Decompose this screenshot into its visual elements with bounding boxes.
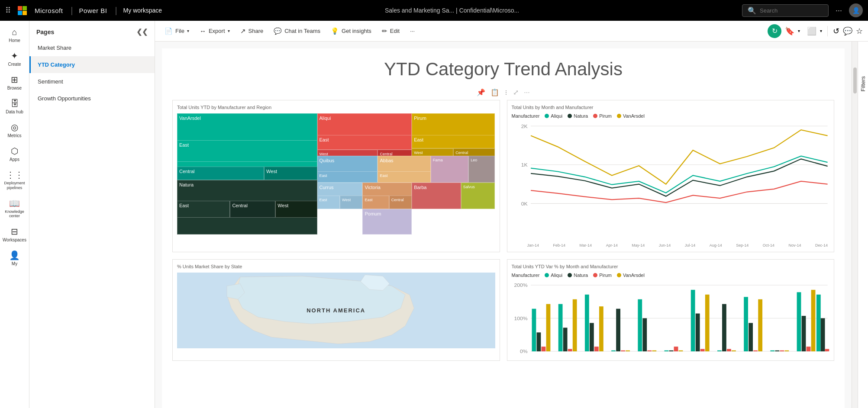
bar-dot-natura <box>568 273 572 277</box>
main-layout: ⌂ Home ✦ Create ⊞ Browse 🗄 Data hub ◎ Me… <box>0 21 868 408</box>
svg-text:2K: 2K <box>521 123 527 129</box>
treemap-cell[interactable]: Central <box>177 167 264 180</box>
bar-legend-vanarsdel: VanArsdel <box>617 273 645 278</box>
treemap-cell[interactable]: Leo <box>468 156 495 183</box>
filters-label[interactable]: Filters <box>860 76 866 91</box>
treemap-cell[interactable]: East <box>378 171 430 182</box>
sidebar-item-metrics[interactable]: ◎ Metrics <box>2 119 28 141</box>
more-visual-icon[interactable]: ··· <box>524 89 529 96</box>
map[interactable]: NORTH AMERICA <box>177 273 495 348</box>
svg-rect-33 <box>664 350 668 351</box>
svg-rect-25 <box>611 350 616 351</box>
legend-manufacturer-label: Manufacturer <box>512 113 540 119</box>
sidebar-item-deployment[interactable]: ⋮⋮ Deployment pipelines <box>2 167 28 194</box>
avatar[interactable]: 👤 <box>849 3 863 17</box>
bar-chart[interactable]: 200% 100% 0% <box>512 280 830 356</box>
edit-button[interactable]: ✏ Edit <box>378 25 404 38</box>
search-input[interactable] <box>760 7 820 14</box>
toolbar-more-button[interactable]: ··· <box>406 25 419 37</box>
pin-icon[interactable]: 📌 <box>477 88 485 96</box>
sidebar-item-apps[interactable]: ⬡ Apps <box>2 143 28 165</box>
treemap-cell[interactable]: East <box>317 135 412 150</box>
view-icon[interactable]: ⬜ <box>807 26 816 36</box>
reload-icon[interactable]: ↺ <box>833 26 839 36</box>
search-box[interactable]: 🔍 <box>742 4 829 17</box>
sidebar-item-workspaces[interactable]: ⊟ Workspaces <box>2 224 28 246</box>
treemap-cell[interactable]: Central <box>230 201 275 218</box>
line-chart-x-labels: Jan-14Feb-14Mar-14Apr-14May-14Jun-14Jul-… <box>512 242 830 247</box>
svg-rect-16 <box>546 304 550 351</box>
scroll-thumb[interactable] <box>853 67 857 93</box>
svg-rect-53 <box>797 292 801 351</box>
svg-rect-36 <box>678 350 683 351</box>
treemap-cell[interactable]: East <box>177 140 317 162</box>
apps-icon: ⬡ <box>11 147 18 155</box>
search-icon: 🔍 <box>748 6 756 15</box>
left-sidebar: ⌂ Home ✦ Create ⊞ Browse 🗄 Data hub ◎ Me… <box>0 21 29 408</box>
pages-collapse-button[interactable]: ❮❮ <box>136 28 148 36</box>
treemap-cell[interactable]: Central <box>389 196 412 209</box>
page-item-ytd-category[interactable]: YTD Category <box>29 56 155 73</box>
page-item-growth[interactable]: Growth Opportunities <box>29 90 155 107</box>
export-button[interactable]: ↔ Export ▾ <box>195 25 234 37</box>
svg-text:200%: 200% <box>514 283 527 288</box>
filter-icon[interactable]: ⫶ <box>504 89 508 96</box>
treemap-cell[interactable]: Fama <box>431 156 468 183</box>
legend-dot-pirum <box>593 114 597 118</box>
expand-icon[interactable]: ⤢ <box>513 88 519 96</box>
share-icon: ↗ <box>240 27 246 35</box>
file-button[interactable]: 📄 File ▾ <box>160 25 194 38</box>
sidebar-label-home: Home <box>9 38 20 43</box>
pages-panel: Pages ❮❮ Market Share YTD Category Senti… <box>29 21 155 408</box>
svg-rect-44 <box>732 350 736 351</box>
share-button[interactable]: ↗ Share <box>236 25 268 38</box>
comment-icon[interactable]: 💬 <box>843 26 852 36</box>
treemap-cell[interactable]: East <box>177 201 230 218</box>
waffle-icon[interactable]: ⠿ <box>5 6 11 15</box>
treemap-cell[interactable]: West <box>340 196 362 209</box>
sidebar-item-my[interactable]: 👤 My <box>2 247 28 270</box>
treemap-cell[interactable]: East <box>317 171 378 182</box>
treemap-cell[interactable]: East <box>362 196 389 209</box>
refresh-button[interactable]: ↻ <box>768 24 781 38</box>
svg-rect-34 <box>669 350 673 351</box>
line-chart[interactable]: 2K 1K 0K <box>512 121 830 242</box>
bar-dot-vanarsdel <box>617 273 621 277</box>
vertical-scrollbar[interactable] <box>852 42 858 408</box>
treemap-cell[interactable]: Barba <box>412 183 461 209</box>
page-item-sentiment[interactable]: Sentiment <box>29 73 155 90</box>
legend-label-pirum: Pirum <box>599 113 612 119</box>
sidebar-label-deployment: Deployment pipelines <box>3 181 26 190</box>
deployment-icon: ⋮⋮ <box>6 170 23 179</box>
more-options-button[interactable]: ··· <box>832 4 845 17</box>
treemap-cell[interactable]: East <box>412 135 495 148</box>
avatar-initials: 👤 <box>852 7 860 14</box>
copy-icon[interactable]: 📋 <box>490 88 499 96</box>
treemap-cell[interactable]: West <box>264 167 317 180</box>
sidebar-item-browse[interactable]: ⊞ Browse <box>2 72 28 94</box>
svg-rect-26 <box>616 309 620 351</box>
sidebar-item-create[interactable]: ✦ Create <box>2 48 28 70</box>
sidebar-item-home[interactable]: ⌂ Home <box>2 24 28 46</box>
top-navigation: ⠿ Microsoft | Power BI | My workspace Sa… <box>0 0 868 21</box>
treemap-cell[interactable]: West <box>275 201 317 218</box>
sidebar-item-knowledge[interactable]: 📖 Knowledge center <box>2 196 28 222</box>
page-item-market-share[interactable]: Market Share <box>29 39 155 56</box>
view-chevron-icon[interactable]: ▾ <box>820 29 822 33</box>
bar-legend-aliqui: Aliqui <box>545 273 562 278</box>
star-icon[interactable]: ☆ <box>856 26 863 36</box>
bookmark-icon[interactable]: 🔖 <box>785 26 794 36</box>
x-label: Jul-14 <box>685 243 696 247</box>
svg-rect-29 <box>638 299 642 351</box>
treemap-cell[interactable]: East <box>317 196 340 209</box>
chat-teams-button[interactable]: 💬 Chat in Teams <box>269 25 325 38</box>
svg-rect-20 <box>572 299 577 351</box>
treemap-cell[interactable]: Pomum <box>362 209 412 235</box>
bookmark-chevron-icon[interactable]: ▾ <box>798 29 800 33</box>
toolbar: 📄 File ▾ ↔ Export ▾ ↗ Share 💬 Chat in Te… <box>155 21 868 42</box>
treemap-cell[interactable]: Salvus <box>461 183 495 209</box>
treemap[interactable]: VanArsdelEastCentralWestNaturaEastCentra… <box>177 113 495 235</box>
get-insights-button[interactable]: 💡 Get insights <box>326 25 376 38</box>
sidebar-item-datahub[interactable]: 🗄 Data hub <box>2 96 28 118</box>
svg-rect-52 <box>784 350 789 351</box>
